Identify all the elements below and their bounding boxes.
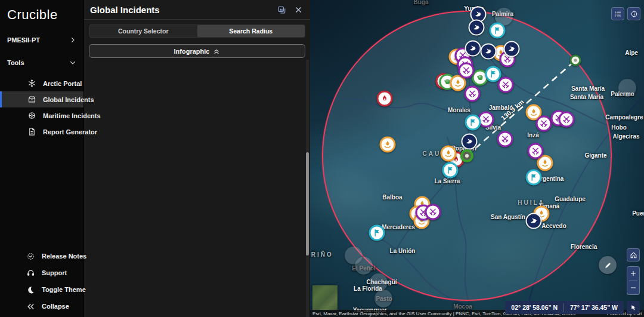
map-label-town: Guadalupe — [555, 196, 586, 202]
city-poi-marker — [355, 257, 373, 275]
panel-scrollbar-thumb[interactable] — [306, 152, 309, 256]
battle-icon — [501, 135, 510, 144]
map-label-town: Algeciras — [612, 133, 639, 140]
chevron-down-icon — [69, 59, 76, 66]
tab-search-radius[interactable]: Search Radius — [197, 25, 305, 37]
battle-icon — [562, 115, 571, 124]
map-label-town: Santa María — [571, 85, 605, 92]
incident-marker-strategic[interactable] — [469, 20, 485, 36]
battle-icon — [429, 208, 438, 217]
map-legend-button[interactable] — [611, 7, 624, 20]
incident-marker-protest[interactable] — [442, 162, 459, 178]
coordinates-bar: 02° 28' 58.06" N 77° 17' 36.45" W — [505, 301, 624, 314]
incident-marker-protest[interactable] — [526, 170, 542, 186]
tab-country-selector[interactable]: Country Selector — [89, 25, 197, 37]
violence-icon — [383, 140, 392, 149]
incident-marker-violence[interactable] — [380, 137, 396, 153]
incident-marker-strategic[interactable] — [526, 213, 542, 229]
sidebar-item-support[interactable]: Support — [0, 264, 83, 281]
incident-marker-protest[interactable] — [465, 115, 481, 131]
headset-icon — [26, 269, 35, 278]
incident-marker-strategic[interactable] — [504, 41, 520, 57]
sidebar-group-label: Tools — [7, 59, 24, 66]
close-icon — [294, 5, 303, 14]
map-home-button[interactable] — [627, 248, 640, 261]
riot-icon — [476, 73, 485, 82]
sidebar-item-maritime-incidents[interactable]: Maritime Incidents — [0, 107, 83, 124]
sidebar-item-arctic-portal[interactable]: Arctic Portal — [0, 75, 83, 91]
map-canvas[interactable]: 130.9 km BugaYumboPalmiraAipeSanta María… — [310, 0, 644, 317]
map-label-town: San Agustín — [491, 214, 525, 220]
app-logo: Crucible — [0, 0, 83, 26]
map-label-town: Florencia — [571, 244, 597, 250]
map-label-faded: Buga — [414, 0, 429, 5]
incident-marker-explosion[interactable] — [377, 91, 393, 107]
incident-marker-battle[interactable] — [425, 204, 441, 220]
strategic-icon — [530, 217, 538, 226]
sidebar-item-label: Arctic Portal — [43, 80, 82, 87]
divider — [84, 19, 310, 20]
sidebar-item-toggle-theme[interactable]: Toggle Theme — [0, 281, 83, 298]
incident-marker-strategic[interactable] — [465, 41, 481, 57]
incident-marker-strategic[interactable] — [481, 44, 497, 60]
incident-marker-battle[interactable] — [536, 116, 552, 132]
incident-marker-protest[interactable] — [369, 225, 385, 241]
incident-marker-strategic[interactable] — [462, 134, 478, 150]
radius-edge-handle[interactable] — [570, 55, 581, 66]
ship-wheel-icon — [27, 111, 36, 120]
battle-icon — [482, 115, 491, 124]
global-incidents-panel: Global Incidents Country Selector Search… — [83, 0, 310, 317]
incident-marker-battle[interactable] — [528, 143, 544, 159]
incident-marker-battle[interactable] — [459, 63, 475, 79]
map-label-town: Hobo — [611, 124, 627, 131]
infographic-toggle[interactable]: Infographic — [89, 44, 305, 58]
map-label-town: Aipe — [625, 50, 638, 56]
incident-marker-battle[interactable] — [497, 131, 513, 147]
map-label-town: La Unión — [390, 248, 416, 254]
panel-title: Global Incidents — [90, 5, 275, 15]
strategic-icon — [465, 137, 474, 146]
violence-icon — [530, 108, 538, 117]
map-label-town: Gigante — [584, 152, 606, 159]
sidebar-item-label: Report Generator — [43, 128, 97, 136]
document-icon — [27, 127, 36, 136]
incident-marker-battle[interactable] — [559, 112, 575, 128]
overview-inset-map[interactable] — [312, 285, 338, 310]
battle-icon — [468, 90, 477, 99]
sidebar: Crucible PMESII-PT Tools Arctic PortalGl… — [0, 0, 83, 317]
sidebar-item-global-incidents[interactable]: Global Incidents — [0, 91, 83, 107]
collapse-icon — [26, 302, 35, 311]
panel-header: Global Incidents — [84, 0, 310, 19]
export-report-button[interactable] — [275, 4, 287, 16]
double-chevron-up-icon — [213, 48, 220, 55]
incident-marker-protest[interactable] — [490, 23, 506, 39]
sidebar-group-tools[interactable]: Tools — [0, 54, 83, 72]
strategic-icon — [484, 47, 493, 56]
radius-center-marker[interactable] — [460, 149, 473, 162]
map-label-town: Morales — [448, 107, 470, 113]
sidebar-item-label: Release Notes — [42, 253, 86, 260]
sidebar-group-pmesii-pt[interactable]: PMESII-PT — [0, 31, 83, 49]
incident-marker-protest[interactable] — [485, 66, 501, 82]
map-label-town: Mercaderes — [382, 224, 415, 230]
map-info-button[interactable] — [627, 7, 640, 20]
incident-marker-battle[interactable] — [498, 77, 514, 93]
sidebar-footer-list: Release NotesSupportToggle ThemeCollapse — [0, 248, 83, 315]
map-label-town: La Sierra — [435, 178, 460, 184]
sidebar-item-label: Global Incidents — [43, 96, 94, 103]
violence-icon — [444, 149, 453, 158]
city-poi-marker — [374, 290, 392, 307]
zoom-out-button[interactable] — [627, 281, 639, 295]
sidebar-group-label: PMESII-PT — [7, 36, 40, 44]
coordinate-capture-button[interactable] — [627, 301, 640, 314]
close-panel-button[interactable] — [292, 4, 304, 16]
sidebar-item-collapse[interactable]: Collapse — [0, 298, 83, 315]
protest-icon — [469, 118, 478, 127]
sidebar-item-report-generator[interactable]: Report Generator — [0, 124, 83, 140]
map-label-town: Acevedo — [541, 223, 566, 229]
incident-marker-battle[interactable] — [465, 86, 481, 102]
zoom-in-button[interactable] — [627, 267, 639, 281]
sidebar-item-release-notes[interactable]: Release Notes — [0, 248, 83, 264]
incident-marker-sketch[interactable] — [599, 256, 617, 274]
incident-marker-violence[interactable] — [441, 146, 457, 162]
